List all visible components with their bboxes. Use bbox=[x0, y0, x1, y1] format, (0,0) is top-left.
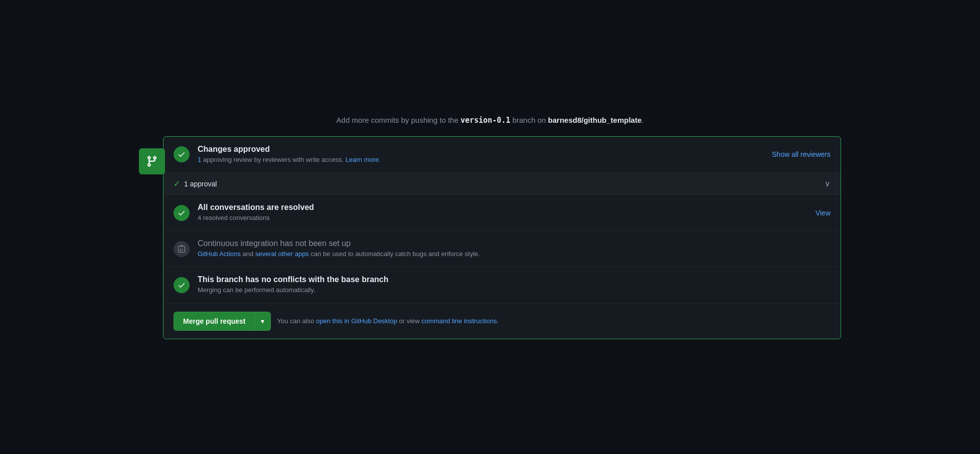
other-apps-link[interactable]: several other apps bbox=[255, 250, 309, 258]
chevron-down-icon[interactable]: ∨ bbox=[825, 179, 831, 188]
ci-subtitle: GitHub Actions and several other apps ca… bbox=[198, 250, 831, 259]
conversations-row: All conversations are resolved 4 resolve… bbox=[164, 195, 841, 231]
approved-subtitle: 1 approving review by reviewers with wri… bbox=[198, 155, 772, 164]
github-actions-link[interactable]: GitHub Actions bbox=[198, 250, 241, 258]
approved-icon bbox=[174, 146, 190, 162]
changes-approved-row: Changes approved 1 approving review by r… bbox=[164, 137, 841, 173]
top-message-prefix: Add more commits by pushing to the bbox=[337, 116, 461, 124]
merge-info-suffix: . bbox=[497, 317, 499, 325]
branch-name: version-0.1 bbox=[460, 116, 510, 125]
learn-more-link[interactable]: Learn more. bbox=[346, 156, 381, 163]
merge-info-prefix: You can also bbox=[277, 317, 316, 325]
merge-row: Merge pull request ▾ You can also open t… bbox=[164, 304, 841, 339]
approval-count-row[interactable]: ✓ 1 approval ∨ bbox=[164, 173, 841, 195]
conflicts-row: This branch has no conflicts with the ba… bbox=[164, 267, 841, 303]
conflicts-content: This branch has no conflicts with the ba… bbox=[198, 275, 831, 295]
merge-info: You can also open this in GitHub Desktop… bbox=[277, 316, 499, 326]
approval-check-icon: ✓ bbox=[174, 179, 180, 188]
checkmark-icon bbox=[178, 150, 186, 158]
ci-subtitle-middle: and bbox=[241, 250, 255, 258]
conflicts-title: This branch has no conflicts with the ba… bbox=[198, 275, 831, 284]
conversations-content: All conversations are resolved 4 resolve… bbox=[198, 203, 815, 222]
no-conflicts-icon bbox=[174, 277, 190, 293]
ci-icon bbox=[174, 241, 190, 257]
pr-checks-panel: Changes approved 1 approving review by r… bbox=[163, 136, 841, 339]
top-message-middle: branch on bbox=[511, 116, 548, 124]
conversations-title: All conversations are resolved bbox=[198, 203, 815, 212]
top-message-suffix: . bbox=[641, 116, 643, 124]
merge-dropdown-arrow: ▾ bbox=[261, 317, 264, 325]
approved-content: Changes approved 1 approving review by r… bbox=[198, 145, 772, 164]
conversations-icon bbox=[174, 205, 190, 221]
ci-content: Continuous integration has not been set … bbox=[198, 239, 831, 259]
merge-info-middle: or view bbox=[397, 317, 421, 325]
merge-dropdown-button[interactable]: ▾ bbox=[254, 312, 271, 331]
ci-title: Continuous integration has not been set … bbox=[198, 239, 831, 248]
pr-branch-icon-button[interactable] bbox=[139, 148, 165, 174]
approval-section: ✓ 1 approval bbox=[174, 179, 825, 188]
conflicts-subtitle: Merging can be performed automatically. bbox=[198, 286, 831, 295]
merge-button-group: Merge pull request ▾ bbox=[174, 312, 271, 331]
ci-row: Continuous integration has not been set … bbox=[164, 231, 841, 267]
approval-text: 1 approval bbox=[184, 180, 217, 188]
merge-pull-request-button[interactable]: Merge pull request bbox=[174, 312, 254, 331]
approved-subtitle-text: approving review by reviewers with write… bbox=[201, 156, 346, 163]
ci-subtitle-suffix: can be used to automatically catch bugs … bbox=[309, 250, 480, 258]
view-conversations-button[interactable]: View bbox=[815, 209, 831, 217]
robot-icon bbox=[178, 245, 186, 253]
git-branch-icon bbox=[146, 155, 158, 167]
checkmark-conflicts-icon bbox=[178, 281, 186, 289]
conversations-subtitle: 4 resolved conversations bbox=[198, 213, 815, 222]
open-github-desktop-link[interactable]: open this in GitHub Desktop bbox=[316, 317, 397, 325]
command-line-instructions-link[interactable]: command line instructions bbox=[421, 317, 497, 325]
top-message: Add more commits by pushing to the versi… bbox=[139, 115, 841, 126]
approved-title: Changes approved bbox=[198, 145, 772, 154]
show-all-reviewers-button[interactable]: Show all reviewers bbox=[772, 150, 831, 158]
checkmark-conversations-icon bbox=[178, 209, 186, 217]
repo-name: barnesd8/github_template bbox=[548, 116, 642, 124]
